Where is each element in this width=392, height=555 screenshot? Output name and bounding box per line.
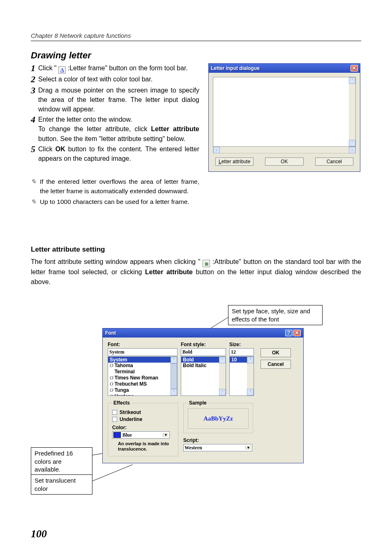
scroll-up-icon[interactable]: ˄ bbox=[171, 357, 177, 363]
font-field[interactable] bbox=[108, 348, 178, 356]
help-icon[interactable]: ? bbox=[285, 330, 293, 336]
scroll-right-icon[interactable]: › bbox=[349, 147, 355, 153]
step-1: 1 Click " A :Letter frame" button on the… bbox=[31, 63, 199, 74]
ok-button[interactable]: OK bbox=[265, 157, 303, 166]
horizontal-scrollbar[interactable]: ‹ › bbox=[213, 147, 356, 153]
note-2: ✎ Up to 1000 characters can be used for … bbox=[31, 197, 199, 206]
font-listbox[interactable]: System OTahoma OTerminal OTimes New Roma… bbox=[108, 356, 178, 396]
note-1: ✎ If the entered letter overflows the ar… bbox=[31, 177, 199, 196]
svg-line-2 bbox=[92, 465, 133, 481]
letter-attribute-button[interactable]: Letter attribute bbox=[215, 157, 254, 166]
underline-checkbox[interactable]: Underline bbox=[112, 416, 174, 422]
font-dialog-title: Font bbox=[105, 330, 116, 336]
step-4b-post: button. See the item "letter attribute s… bbox=[38, 135, 185, 142]
pencil-icon: ✎ bbox=[31, 177, 37, 196]
font-dialog: Font ? ✕ Font: System OTahoma OTerminal bbox=[102, 328, 304, 463]
step-4b-bold: Letter attribute bbox=[151, 125, 199, 132]
cancel-button[interactable]: Cancel bbox=[261, 360, 291, 369]
ok-button[interactable]: OK bbox=[261, 348, 291, 357]
pencil-icon: ✎ bbox=[31, 197, 37, 206]
page-number: 100 bbox=[31, 528, 47, 540]
size-listbox[interactable]: 10 ˄ ˅ bbox=[229, 356, 254, 396]
font-option[interactable]: OVerdana bbox=[108, 393, 177, 396]
scroll-up-icon[interactable]: ˄ bbox=[219, 357, 226, 363]
letter-frame-icon: A bbox=[58, 66, 66, 74]
size-list-scrollbar[interactable]: ˄ ˅ bbox=[247, 357, 254, 395]
callout-translucent: Set translucent color bbox=[31, 474, 92, 495]
font-option[interactable]: OTrebuchet MS bbox=[108, 381, 177, 387]
scroll-up-icon[interactable]: ˄ bbox=[247, 357, 254, 363]
callout-colors: Predefined 16 colors are available. bbox=[31, 447, 92, 476]
font-list-scrollbar[interactable]: ˄ ˅ bbox=[171, 357, 177, 395]
font-dialog-titlebar: Font ? ✕ bbox=[103, 328, 303, 338]
font-label: Font: bbox=[108, 342, 178, 347]
overlap-note: An overlap is made into translucence. bbox=[112, 441, 174, 452]
subheading-letter-attribute: Letter attribute setting bbox=[31, 245, 361, 254]
chapter-header: Chapter 8 Network capture functions bbox=[31, 32, 361, 41]
size-field[interactable] bbox=[229, 348, 254, 356]
step-5: 5 Click OK button to fix the content. Th… bbox=[31, 144, 199, 163]
chevron-down-icon: ▼ bbox=[245, 446, 251, 450]
step-5-bold: OK bbox=[55, 146, 65, 153]
style-list-scrollbar[interactable]: ˄ ˅ bbox=[219, 357, 226, 395]
effects-legend: Effects bbox=[112, 400, 131, 406]
attribute-icon: ▦ bbox=[203, 260, 210, 267]
chevron-down-icon: ▼ bbox=[163, 433, 168, 437]
step-4: 4 Enter the letter onto the window. To c… bbox=[31, 115, 199, 143]
step-3: 3 Drag a mouse pointer on the screen ima… bbox=[31, 86, 199, 114]
scroll-down-icon[interactable]: ˅ bbox=[219, 389, 226, 395]
close-icon[interactable]: ✕ bbox=[350, 65, 358, 72]
scroll-left-icon[interactable]: ‹ bbox=[213, 147, 220, 153]
script-select[interactable]: Western ▼ bbox=[183, 444, 252, 451]
section-title: Drawing letter bbox=[31, 50, 361, 61]
font-option[interactable]: OTerminal bbox=[108, 369, 177, 375]
cancel-button[interactable]: Cancel bbox=[315, 157, 353, 166]
dialog-titlebar: Letter input dialogue ✕ bbox=[209, 64, 360, 73]
color-label: Color: bbox=[112, 425, 174, 430]
step-2: 2 Select a color of text with color tool… bbox=[31, 74, 199, 84]
sample-preview: AaBbYyZz bbox=[188, 408, 249, 429]
font-option-selected[interactable]: System bbox=[108, 357, 177, 363]
font-option[interactable]: OTunga bbox=[108, 387, 177, 393]
scroll-down-icon[interactable]: ˅ bbox=[349, 140, 355, 146]
letter-textarea[interactable]: ˄ ˅ bbox=[213, 77, 356, 147]
font-option[interactable]: OTahoma bbox=[108, 363, 177, 369]
scroll-down-icon[interactable]: ˅ bbox=[247, 389, 254, 395]
close-icon[interactable]: ✕ bbox=[293, 330, 301, 336]
color-select[interactable]: Blue ▼ bbox=[112, 431, 170, 439]
scroll-down-icon[interactable]: ˅ bbox=[171, 389, 177, 395]
callout-typeface: Set type face, style, size and effects o… bbox=[228, 305, 323, 325]
sample-legend: Sample bbox=[188, 400, 208, 406]
letter-input-dialog: Letter input dialogue ✕ ˄ ˅ ‹ › bbox=[208, 63, 360, 172]
font-style-listbox[interactable]: Bold Bold Italic ˄ ˅ bbox=[181, 356, 226, 396]
font-style-label: Font style: bbox=[181, 342, 226, 347]
step-1-text-a: Click " bbox=[38, 65, 57, 72]
step-4a: Enter the letter onto the window. bbox=[38, 115, 199, 124]
step-5-pre: Click bbox=[38, 146, 55, 153]
font-option[interactable]: OTimes New Roman bbox=[108, 375, 177, 381]
vertical-scrollbar[interactable]: ˄ ˅ bbox=[349, 77, 355, 146]
scroll-up-icon[interactable]: ˄ bbox=[349, 77, 355, 84]
strikeout-checkbox[interactable]: Strikeout bbox=[112, 409, 174, 415]
step-4b-pre: To change the letter attribute, click bbox=[38, 125, 151, 132]
attribute-paragraph: The font attribute setting window appear… bbox=[31, 257, 361, 287]
step-1-text-b: :Letter frame" button on the form tool b… bbox=[68, 65, 188, 72]
script-label: Script: bbox=[183, 437, 253, 443]
size-label: Size: bbox=[229, 342, 254, 347]
dialog-title: Letter input dialogue bbox=[211, 65, 260, 71]
font-style-field[interactable] bbox=[181, 348, 226, 356]
